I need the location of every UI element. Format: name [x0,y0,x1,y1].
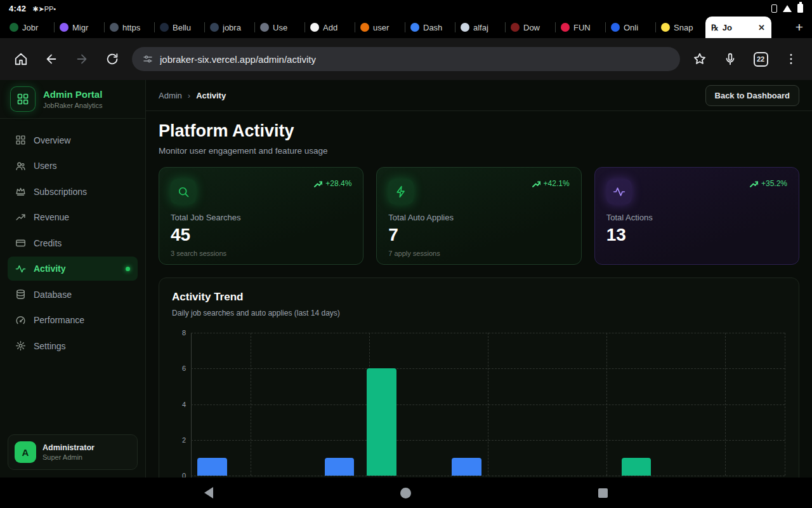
tab-favicon [511,23,520,32]
new-tab-button[interactable]: + [787,17,812,38]
forward-button[interactable] [69,46,95,72]
tab[interactable]: FUN [555,17,605,38]
tab-favicon [210,23,219,32]
tab[interactable]: user [355,17,405,38]
chart-title: Activity Trend [172,291,786,304]
tab-label: user [373,23,399,32]
voice-search-button[interactable] [717,46,743,72]
tab-label: Dash [423,23,449,32]
tab[interactable]: Bellu [154,17,204,38]
tab-label: Bellu [173,23,199,32]
home-icon[interactable] [400,488,411,498]
back-arrow-icon [44,52,58,66]
site-settings-icon [142,53,154,65]
gauge-icon [15,315,26,326]
wifi-icon [783,5,792,12]
sidebar-item-label: Revenue [34,212,69,222]
tab-label: Dow [523,23,549,32]
tab[interactable]: Dash [405,17,455,38]
p-app-icon: P [44,5,49,13]
stat-card-top: +35.2% [606,179,787,204]
tab-favicon [60,23,69,32]
sidebar-item-credits[interactable]: Credits [8,231,138,255]
grid-logo-icon [16,93,29,105]
trend-value: +28.4% [325,179,351,188]
sidebar-item-subscriptions[interactable]: Subscriptions [8,180,138,204]
tab-strip-tabs: JobrMigrhttpsBellujobraUseAdduserDashalf… [4,17,787,38]
tab[interactable]: Use [254,17,304,38]
tab[interactable]: Add [304,17,355,38]
status-bar-left: 4:42 ✱➤PP• [9,4,56,13]
back-icon[interactable] [204,487,213,498]
grid-icon [15,135,26,145]
tab[interactable]: Migr [54,17,104,38]
home-button[interactable] [8,46,34,72]
tab-label: Add [323,23,349,32]
tab[interactable]: https [104,17,154,38]
user-name: Administrator [43,443,95,452]
android-status-bar: 4:42 ✱➤PP• [0,0,812,17]
back-to-dashboard-button[interactable]: Back to Dashboard [705,85,799,106]
search-icon [177,185,190,198]
tab-favicon [310,23,319,32]
home-icon [14,52,28,66]
sidebar-item-overview[interactable]: Overview [8,128,138,152]
tab[interactable]: jobra [204,17,254,38]
app-subtitle: JobRaker Analytics [43,102,103,109]
url-bar[interactable]: jobraker-six.vercel.app/admin/activity [132,47,680,71]
trend-badge: +35.2% [749,179,787,188]
tab[interactable]: Snap [655,17,705,38]
menu-button[interactable] [778,46,804,72]
sidebar-item-settings[interactable]: Settings [8,334,138,358]
pulse-icon [613,185,625,198]
tab[interactable]: Onli [605,17,655,38]
trend-icon [15,212,26,223]
sidebar: Admin Portal JobRaker Analytics Overview… [0,80,146,478]
app-logo [10,86,36,112]
card-icon [15,237,26,248]
bookmark-button[interactable] [686,46,713,72]
back-button[interactable] [38,46,65,72]
notification-icons: ✱➤PP• [32,4,56,13]
tab-active[interactable]: ℞Jo✕ [705,17,771,38]
sidebar-item-database[interactable]: Database [8,283,138,307]
card-icon [15,237,26,248]
gear-icon [15,340,26,351]
sidebar-item-label: Overview [34,135,70,145]
sidebar-item-label: Subscriptions [34,187,87,197]
y-axis-line [191,333,192,478]
tab[interactable]: Dow [505,17,555,38]
sidebar-item-users[interactable]: Users [8,154,138,178]
bar-auto-applies [367,368,396,476]
crown-icon [15,186,26,197]
close-icon[interactable]: ✕ [757,23,766,32]
tab-strip: JobrMigrhttpsBellujobraUseAdduserDashalf… [0,17,812,38]
refresh-button[interactable] [99,46,126,72]
page-subtitle: Monitor user engagement and feature usag… [159,146,799,156]
sidebar-item-activity[interactable]: Activity [8,257,138,281]
user-card[interactable]: A Administrator Super Admin [8,434,138,470]
sidebar-item-revenue[interactable]: Revenue [8,205,138,229]
breadcrumb-admin[interactable]: Admin [159,91,182,100]
tab-favicon [410,23,419,32]
search-icon [171,179,196,204]
user-info: Administrator Super Admin [43,443,95,461]
bar-job-searches [452,458,481,476]
stat-card-total-auto-applies: +42.1%Total Auto Applies77 apply session… [376,167,581,265]
telegram-icon: ➤ [38,5,44,13]
tab[interactable]: Jobr [4,17,54,38]
sidebar-item-performance[interactable]: Performance [8,308,138,332]
y-axis-tick: 4 [172,401,186,408]
status-bar-right [771,4,803,13]
screen: 4:42 ✱➤PP• JobrMigrhttpsBellujobraUseAdd… [0,0,812,508]
tab-favicon [260,23,269,32]
stat-sub: 7 apply sessions [388,250,569,257]
recents-icon[interactable] [598,488,608,498]
tab-label: Use [273,23,299,32]
tab[interactable]: alfaj [455,17,505,38]
gridline-vertical [785,333,785,476]
sidebar-nav: OverviewUsersSubscriptionsRevenueCredits… [0,119,145,427]
users-icon [15,161,26,171]
url-text[interactable]: jobraker-six.vercel.app/admin/activity [160,54,316,65]
tab-switcher-button[interactable]: 22 [747,46,774,72]
